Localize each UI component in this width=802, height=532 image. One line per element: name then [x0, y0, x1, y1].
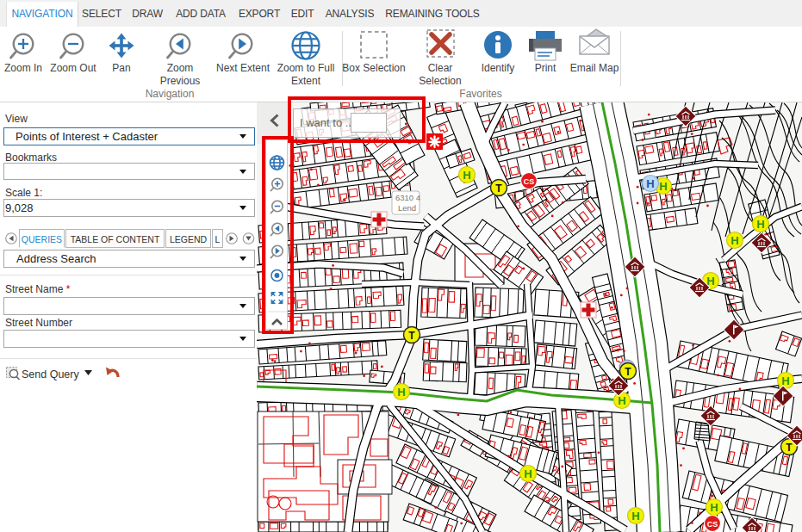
svg-text:6310 4: 6310 4	[395, 193, 420, 202]
svg-text:H: H	[524, 467, 532, 480]
svg-text:T: T	[408, 330, 415, 342]
svg-text:H: H	[631, 510, 639, 523]
svg-text:H: H	[646, 177, 654, 190]
svg-text:T: T	[495, 182, 502, 195]
svg-text:T: T	[625, 366, 631, 378]
svg-text:H: H	[463, 169, 470, 182]
svg-text:H: H	[659, 180, 667, 193]
svg-text:CS: CS	[707, 520, 718, 529]
svg-text:H: H	[710, 501, 718, 514]
svg-text:H: H	[731, 234, 738, 247]
svg-text:H: H	[781, 374, 789, 387]
svg-text:T: T	[786, 442, 793, 454]
svg-text:H: H	[756, 218, 764, 231]
svg-text:Lend: Lend	[398, 203, 416, 213]
svg-text:CS: CS	[524, 177, 535, 186]
svg-text:H: H	[397, 386, 405, 399]
